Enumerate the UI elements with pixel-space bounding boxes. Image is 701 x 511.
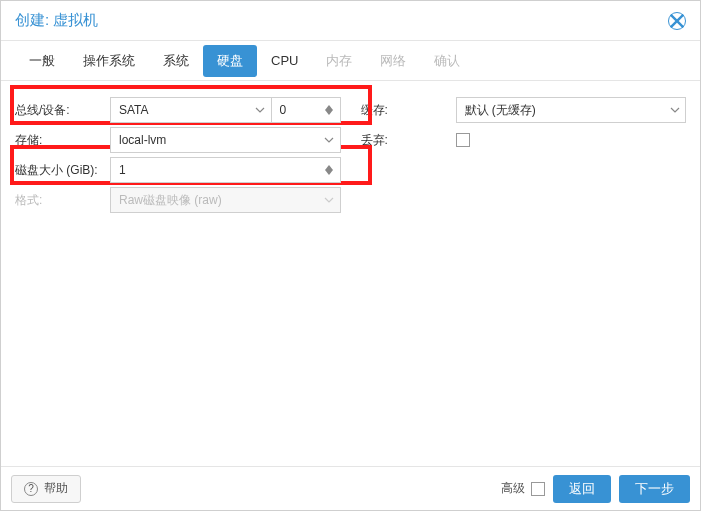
tab-disk[interactable]: 硬盘 (203, 45, 257, 77)
advanced-label: 高级 (501, 480, 525, 497)
bus-value: SATA (111, 103, 249, 117)
storage-select[interactable]: local-lvm (110, 127, 341, 153)
discard-label: 丢弃: (361, 132, 456, 149)
cache-label: 缓存: (361, 102, 456, 119)
chevron-down-icon (663, 98, 685, 122)
format-value: Raw磁盘映像 (raw) (111, 192, 318, 209)
tab-system[interactable]: 系统 (149, 45, 203, 77)
disk-size-label: 磁盘大小 (GiB): (15, 162, 110, 179)
help-button[interactable]: ? 帮助 (11, 475, 81, 503)
footer: ? 帮助 高级 返回 下一步 (1, 466, 700, 510)
tab-memory: 内存 (312, 45, 366, 77)
row-format: 格式: Raw磁盘映像 (raw) (15, 185, 341, 215)
row-storage: 存储: local-lvm (15, 125, 341, 155)
spinner-icon (318, 158, 340, 182)
content-area: 总线/设备: SATA 0 (1, 81, 700, 466)
help-label: 帮助 (44, 480, 68, 497)
titlebar: 创建: 虚拟机 (1, 1, 700, 41)
advanced-checkbox[interactable] (531, 482, 545, 496)
row-bus-device: 总线/设备: SATA 0 (15, 95, 341, 125)
cache-select[interactable]: 默认 (无缓存) (456, 97, 687, 123)
bus-select[interactable]: SATA (110, 97, 271, 123)
back-button[interactable]: 返回 (553, 475, 611, 503)
device-number-field[interactable]: 0 (271, 97, 341, 123)
cache-value: 默认 (无缓存) (457, 102, 664, 119)
tab-network: 网络 (366, 45, 420, 77)
close-button[interactable] (668, 12, 686, 30)
next-button[interactable]: 下一步 (619, 475, 690, 503)
advanced-toggle[interactable]: 高级 (501, 480, 545, 497)
tab-os[interactable]: 操作系统 (69, 45, 149, 77)
close-icon (669, 13, 685, 29)
create-vm-dialog: 创建: 虚拟机 一般 操作系统 系统 硬盘 CPU 内存 网络 确认 总线/设备… (0, 0, 701, 511)
tab-confirm: 确认 (420, 45, 474, 77)
storage-value: local-lvm (111, 133, 318, 147)
wizard-tabs: 一般 操作系统 系统 硬盘 CPU 内存 网络 确认 (1, 41, 700, 81)
disk-size-value: 1 (111, 163, 318, 177)
row-cache: 缓存: 默认 (无缓存) (361, 95, 687, 125)
chevron-down-icon (318, 188, 340, 212)
chevron-down-icon (249, 98, 271, 122)
row-discard: 丢弃: (361, 125, 687, 155)
left-column: 总线/设备: SATA 0 (15, 95, 341, 215)
right-column: 缓存: 默认 (无缓存) 丢弃: (361, 95, 687, 215)
disk-size-field[interactable]: 1 (110, 157, 341, 183)
chevron-down-icon (318, 128, 340, 152)
dialog-title: 创建: 虚拟机 (15, 11, 98, 30)
tab-cpu[interactable]: CPU (257, 46, 312, 75)
device-value: 0 (272, 103, 318, 117)
format-label: 格式: (15, 192, 110, 209)
format-select: Raw磁盘映像 (raw) (110, 187, 341, 213)
help-icon: ? (24, 482, 38, 496)
discard-checkbox[interactable] (456, 133, 470, 147)
bus-device-label: 总线/设备: (15, 102, 110, 119)
storage-label: 存储: (15, 132, 110, 149)
row-disk-size: 磁盘大小 (GiB): 1 (15, 155, 341, 185)
spinner-icon (318, 98, 340, 122)
tab-general[interactable]: 一般 (15, 45, 69, 77)
